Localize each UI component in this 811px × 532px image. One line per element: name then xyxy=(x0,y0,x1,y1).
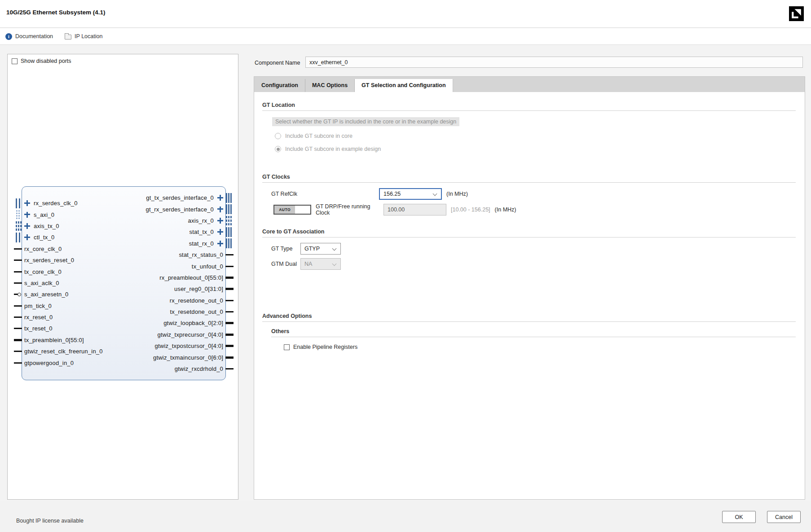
amd-logo-icon xyxy=(789,6,804,21)
pin-stub xyxy=(225,311,234,312)
port-label: gtwiz_txpostcursor_0[4:0] xyxy=(155,343,223,349)
port-label: gt_tx_serdes_interface_0 xyxy=(146,194,214,201)
enable-pipeline-registers-checkbox[interactable] xyxy=(284,344,290,350)
pin-stub xyxy=(225,277,234,279)
pin-stub xyxy=(14,328,22,329)
pin-stub xyxy=(14,305,22,307)
interface-pin-icon xyxy=(16,221,22,231)
others-header: Others xyxy=(271,328,796,334)
radio-label: Include GT subcore in example design xyxy=(285,146,381,152)
tab-mac-options[interactable]: MAC Options xyxy=(305,79,355,92)
block-diagram-panel: Show disabled ports rx_serdes_clk_0s_axi… xyxy=(7,54,238,500)
radio-row-include-gt-in-core: Include GT subcore in core xyxy=(275,133,796,139)
component-name-input[interactable]: xxv_ethernet_0 xyxy=(305,57,803,68)
config-tab-panel: Configuration MAC Options GT Selection a… xyxy=(254,76,805,500)
gt-type-label: GT Type xyxy=(271,246,300,252)
show-disabled-ports-checkbox[interactable] xyxy=(12,58,18,64)
diagram-port-tx_unfout_0: tx_unfout_0 xyxy=(22,260,225,272)
diagram-port-rx_resetdone_out_0: rx_resetdone_out_0 xyxy=(22,295,225,306)
diagram-port-rx_preambleout_0[55:0]: rx_preambleout_0[55:0] xyxy=(22,272,225,283)
title-bar: 10G/25G Ethernet Subsystem (4.1) xyxy=(0,0,811,28)
gt-clocks-header: GT Clocks xyxy=(262,174,796,180)
expand-plus-icon[interactable] xyxy=(217,195,223,201)
gt-type-dropdown[interactable]: GTYP xyxy=(300,243,341,255)
diagram-port-gt_tx_serdes_interface_0: gt_tx_serdes_interface_0 xyxy=(22,192,225,203)
pin-stub xyxy=(14,339,22,341)
pin-stub xyxy=(14,282,22,284)
divider xyxy=(271,337,796,337)
ok-button[interactable]: OK xyxy=(722,511,756,523)
diagram-port-gtwiz_loopback_0[2:0]: gtwiz_loopback_0[2:0] xyxy=(22,317,225,329)
interface-pin-icon xyxy=(226,227,232,237)
tab-content: GT Location Select whether the GT IP is … xyxy=(254,102,805,350)
port-label: gtwiz_txmaincursor_0[6:0] xyxy=(153,354,223,361)
port-label: gtwiz_txprecursor_0[4:0] xyxy=(158,331,223,338)
diagram-port-tx_resetdone_out_0: tx_resetdone_out_0 xyxy=(22,306,225,317)
gt-type-row: GT Type GTYP xyxy=(271,243,796,255)
advanced-options-header: Advanced Options xyxy=(262,313,796,319)
ip-location-button[interactable]: IP Location xyxy=(65,33,102,40)
divider xyxy=(262,182,796,183)
interface-pin-icon xyxy=(226,193,232,203)
diagram-port-axis_rx_0: axis_rx_0 xyxy=(22,215,225,226)
radio-include-gt-subcore-in-example-design xyxy=(275,146,281,152)
port-label: tx_resetdone_out_0 xyxy=(170,308,223,315)
chevron-down-icon xyxy=(433,192,437,196)
chevron-down-icon xyxy=(332,246,337,251)
gt-drp-clock-input: 100.00 xyxy=(383,204,446,215)
port-label: rx_preambleout_0[55:0] xyxy=(159,274,223,281)
gt-drp-clock-row: AUTO GT DRP/Free running Clock 100.00 [1… xyxy=(273,203,796,216)
radio-row-include-gt-in-example: Include GT subcore in example design xyxy=(275,146,796,152)
diagram-right-ports: gt_tx_serdes_interface_0gt_rx_serdes_int… xyxy=(22,192,225,374)
diagram-port-gtwiz_txmaincursor_0[6:0]: gtwiz_txmaincursor_0[6:0] xyxy=(22,352,225,363)
port-label: stat_rx_status_0 xyxy=(179,251,223,258)
cancel-button[interactable]: Cancel xyxy=(767,511,801,523)
interface-pin-icon xyxy=(226,204,232,214)
port-label: axis_rx_0 xyxy=(188,217,214,224)
auto-toggle[interactable]: AUTO xyxy=(273,205,311,215)
pin-stub xyxy=(225,322,234,324)
gt-refclk-value: 156.25 xyxy=(383,191,401,197)
diagram-port-gt_rx_serdes_interface_0: gt_rx_serdes_interface_0 xyxy=(22,203,225,215)
expand-plus-icon[interactable] xyxy=(217,241,223,246)
page-title: 10G/25G Ethernet Subsystem (4.1) xyxy=(6,9,106,16)
ip-location-label: IP Location xyxy=(75,33,102,40)
pin-stub xyxy=(225,368,234,369)
diagram-port-stat_tx_0: stat_tx_0 xyxy=(22,226,225,237)
gt-refclk-dropdown[interactable]: 156.25 xyxy=(379,188,442,200)
diagram-port-stat_rx_status_0: stat_rx_status_0 xyxy=(22,249,225,260)
tab-gt-selection-and-configuration[interactable]: GT Selection and Configuration xyxy=(355,79,453,92)
expand-plus-icon[interactable] xyxy=(217,218,223,224)
divider xyxy=(262,237,796,237)
port-label: stat_rx_0 xyxy=(189,240,214,247)
pin-stub xyxy=(14,362,22,364)
divider xyxy=(262,321,796,322)
diagram-port-user_reg0_0[31:0]: user_reg0_0[31:0] xyxy=(22,283,225,295)
footer-bar: Bought IP license available OK Cancel xyxy=(0,501,811,532)
gt-drp-clock-range: [10.00 - 156.25] xyxy=(451,207,490,213)
show-disabled-ports-label: Show disabled ports xyxy=(21,58,71,64)
expand-plus-icon[interactable] xyxy=(217,229,223,235)
gt-location-description: Select whether the GT IP is included in … xyxy=(272,117,459,126)
tab-configuration[interactable]: Configuration xyxy=(255,79,305,92)
toolbar: i Documentation IP Location xyxy=(0,28,811,45)
gt-refclk-label: GT RefClk xyxy=(271,191,379,197)
expand-plus-icon[interactable] xyxy=(217,207,223,212)
interface-pin-icon xyxy=(226,215,232,225)
port-label: gtwiz_loopback_0[2:0] xyxy=(163,320,223,326)
interface-pin-icon xyxy=(16,233,20,242)
pin-stub xyxy=(14,248,22,250)
documentation-button[interactable]: i Documentation xyxy=(5,33,53,40)
diagram-port-stat_rx_0: stat_rx_0 xyxy=(22,238,225,249)
port-label: gtwiz_rxcdrhold_0 xyxy=(175,365,223,372)
gt-drp-clock-unit: (In MHz) xyxy=(495,207,516,213)
gt-location-header: GT Location xyxy=(262,102,796,108)
pin-stub xyxy=(225,334,234,336)
auto-toggle-label: AUTO xyxy=(274,206,295,214)
radio-include-gt-subcore-in-core xyxy=(275,133,281,139)
gtm-dual-row: GTM Dual NA xyxy=(271,258,796,270)
gt-refclk-row: GT RefClk 156.25 (In MHz) xyxy=(271,188,796,200)
diagram-port-gtwiz_txprecursor_0[4:0]: gtwiz_txprecursor_0[4:0] xyxy=(22,329,225,340)
folder-icon xyxy=(65,35,71,40)
others-section: Others Enable Pipeline Registers xyxy=(271,328,796,350)
